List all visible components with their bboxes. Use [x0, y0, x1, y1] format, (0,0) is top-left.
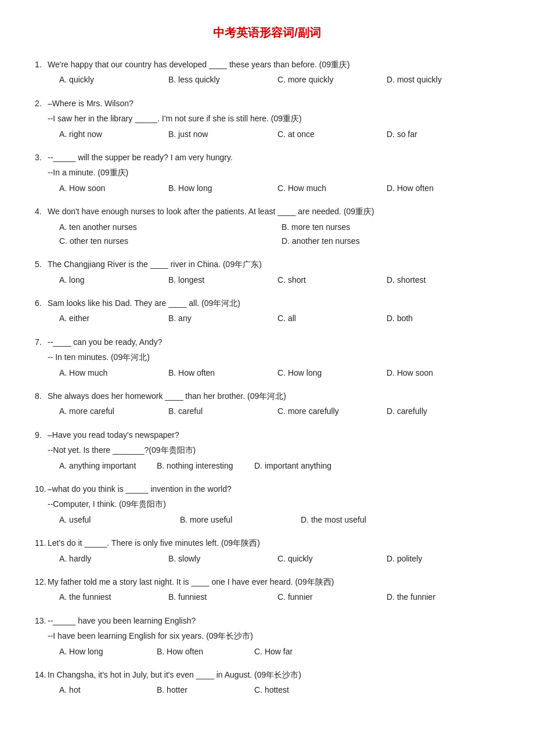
- option-item[interactable]: D. most quickly: [387, 73, 491, 86]
- question-main-text: –Where is Mrs. Wilson?: [48, 97, 499, 110]
- question-line: 3.--_____ will the supper be ready? I am…: [35, 151, 499, 195]
- question-sub-text: --Computer, I think. (09年贵阳市): [48, 498, 499, 510]
- option-item[interactable]: A. How soon: [59, 182, 164, 195]
- option-item[interactable]: C. hottest: [254, 683, 347, 696]
- question-number: 3.: [35, 151, 48, 195]
- option-item[interactable]: C. more carefully: [277, 405, 382, 417]
- option-item[interactable]: A. either: [59, 312, 164, 325]
- option-item[interactable]: B. How often: [168, 366, 273, 379]
- option-item[interactable]: D. both: [387, 312, 491, 325]
- option-item[interactable]: B. careful: [168, 405, 273, 417]
- question-content: --_____ have you been learning English?-…: [48, 614, 499, 658]
- options-container: A. hardlyB. slowlyC. quicklyD. politely: [48, 552, 499, 565]
- option-item[interactable]: C. more quickly: [277, 73, 382, 86]
- option-item[interactable]: B. just now: [168, 128, 273, 141]
- option-item[interactable]: B. How long: [168, 182, 273, 195]
- question-block: 6.Sam looks like his Dad. They are ____ …: [35, 297, 499, 325]
- question-number: 7.: [35, 336, 48, 379]
- option-item[interactable]: B. more ten nurses: [282, 221, 499, 233]
- question-block: 5.The Changjiang River is the ____ river…: [35, 258, 499, 286]
- question-line: 9.–Have you read today's newspaper?--Not…: [35, 429, 499, 472]
- question-number: 12.: [35, 575, 48, 604]
- option-item[interactable]: A. hardly: [59, 552, 164, 565]
- option-item[interactable]: B. hotter: [157, 683, 250, 696]
- option-item[interactable]: C. How long: [277, 366, 382, 379]
- option-item[interactable]: A. quickly: [59, 73, 164, 86]
- option-item[interactable]: A. anything important: [59, 459, 152, 472]
- options-container: A. hotB. hotterC. hottest: [48, 683, 499, 696]
- option-item[interactable]: D. carefully: [387, 405, 491, 417]
- option-item[interactable]: A. useful: [59, 513, 175, 526]
- question-number: 14.: [35, 668, 48, 697]
- questions-container: 1.We're happy that our country has devel…: [35, 58, 499, 697]
- option-item[interactable]: D. the funnier: [387, 591, 491, 603]
- options-container: A. anything importantB. nothing interest…: [48, 459, 499, 472]
- option-item[interactable]: B. funniest: [168, 591, 273, 603]
- question-block: 4.We don't have enough nurses to look af…: [35, 205, 499, 247]
- question-line: 11.Let's do it _____. There is only five…: [35, 537, 499, 565]
- option-item[interactable]: B. any: [168, 312, 273, 325]
- question-number: 9.: [35, 429, 48, 472]
- question-content: –Have you read today's newspaper?--Not y…: [48, 429, 499, 472]
- question-block: 11.Let's do it _____. There is only five…: [35, 537, 499, 565]
- question-block: 7.--____ can you be ready, Andy?-- In te…: [35, 336, 499, 379]
- question-content: The Changjiang River is the ____ river i…: [48, 258, 499, 286]
- option-item[interactable]: D. so far: [387, 128, 491, 141]
- question-line: 6.Sam looks like his Dad. They are ____ …: [35, 297, 499, 325]
- question-main-text: My father told me a story last night. It…: [48, 575, 499, 588]
- option-item[interactable]: C. at once: [277, 128, 382, 141]
- option-item[interactable]: A. How long: [59, 645, 152, 658]
- question-content: Sam looks like his Dad. They are ____ al…: [48, 297, 499, 325]
- question-number: 1.: [35, 58, 48, 87]
- option-item[interactable]: C. funnier: [277, 591, 382, 603]
- question-main-text: –what do you think is _____ invention in…: [48, 483, 499, 495]
- option-item[interactable]: B. slowly: [168, 552, 273, 565]
- option-item[interactable]: A. the funniest: [59, 591, 164, 603]
- option-item[interactable]: D. the most useful: [301, 513, 417, 526]
- question-block: 14.In Changsha, it's hot in July, but it…: [35, 668, 499, 697]
- option-item[interactable]: C. other ten nurses: [59, 235, 277, 247]
- question-number: 5.: [35, 258, 48, 286]
- question-number: 13.: [35, 614, 48, 658]
- option-item[interactable]: D. How often: [387, 182, 491, 195]
- question-main-text: We're happy that our country has develop…: [48, 58, 499, 71]
- question-number: 10.: [35, 483, 48, 526]
- option-item[interactable]: D. How soon: [387, 366, 491, 379]
- option-item[interactable]: D. another ten nurses: [282, 235, 499, 247]
- option-item[interactable]: C. How much: [277, 182, 382, 195]
- option-item[interactable]: D. shortest: [387, 273, 491, 286]
- option-item[interactable]: C. How far: [254, 645, 347, 658]
- option-item[interactable]: A. hot: [59, 683, 152, 696]
- options-container: A. more carefulB. carefulC. more careful…: [48, 405, 499, 417]
- question-content: In Changsha, it's hot in July, but it's …: [48, 668, 499, 697]
- option-item[interactable]: C. all: [277, 312, 382, 325]
- question-number: 8.: [35, 390, 48, 418]
- option-item[interactable]: D. important anything: [254, 459, 347, 472]
- option-item[interactable]: C. quickly: [277, 552, 382, 565]
- question-content: –Where is Mrs. Wilson?--I saw her in the…: [48, 97, 499, 141]
- option-item[interactable]: B. less quickly: [168, 73, 273, 86]
- question-sub-text: --I have been learning English for six y…: [48, 629, 499, 642]
- option-item[interactable]: C. short: [277, 273, 382, 286]
- question-block: 2.–Where is Mrs. Wilson?--I saw her in t…: [35, 97, 499, 141]
- option-item[interactable]: D. politely: [387, 552, 491, 565]
- option-item[interactable]: B. How often: [157, 645, 250, 658]
- question-number: 11.: [35, 537, 48, 565]
- option-item[interactable]: A. long: [59, 273, 164, 286]
- option-item[interactable]: A. right now: [59, 128, 164, 141]
- question-line: 4.We don't have enough nurses to look af…: [35, 205, 499, 247]
- question-main-text: --_____ have you been learning English?: [48, 614, 499, 627]
- option-item[interactable]: A. How much: [59, 366, 164, 379]
- option-item[interactable]: A. more careful: [59, 405, 164, 417]
- question-number: 4.: [35, 205, 48, 247]
- question-main-text: –Have you read today's newspaper?: [48, 429, 499, 441]
- question-main-text: She always does her homework ____ than h…: [48, 390, 499, 402]
- option-item[interactable]: B. longest: [168, 273, 273, 286]
- option-item[interactable]: A. ten another nurses: [59, 221, 277, 233]
- option-item[interactable]: B. more useful: [180, 513, 296, 526]
- question-sub-text: --I saw her in the library _____. I'm no…: [48, 112, 499, 125]
- question-main-text: --____ can you be ready, Andy?: [48, 336, 499, 348]
- question-line: 8.She always does her homework ____ than…: [35, 390, 499, 418]
- question-line: 1.We're happy that our country has devel…: [35, 58, 499, 87]
- option-item[interactable]: B. nothing interesting: [157, 459, 250, 472]
